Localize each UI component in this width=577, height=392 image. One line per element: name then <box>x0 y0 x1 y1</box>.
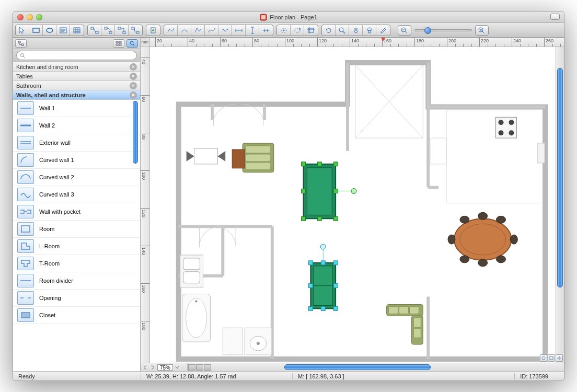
close-icon[interactable]: ✕ <box>130 63 137 71</box>
drawing-canvas[interactable] <box>150 47 556 363</box>
ruler-horizontal[interactable]: 20406080100120140160180200220240260 <box>150 38 564 47</box>
freehand-tool[interactable] <box>218 25 232 36</box>
text-tool[interactable] <box>56 25 70 36</box>
tshape-icon <box>17 257 34 270</box>
stencil-item[interactable]: L-Room <box>13 238 140 255</box>
corner-button-1[interactable] <box>540 354 547 362</box>
search-field[interactable] <box>28 52 133 59</box>
svg-rect-153 <box>308 284 313 288</box>
stencil-item[interactable]: T-Room <box>13 255 140 272</box>
pointer-tool[interactable] <box>16 25 29 36</box>
sidebar-scrollbar[interactable] <box>133 101 139 350</box>
sidebar-category[interactable]: Walls, shell and structure✕ <box>13 90 140 100</box>
zoom-dropdown-icon[interactable] <box>175 365 179 370</box>
sidebar-search-input[interactable] <box>16 51 137 60</box>
stencil-item[interactable]: Wall with pocket <box>13 203 140 221</box>
zoom-in-button[interactable] <box>475 25 489 36</box>
close-icon[interactable]: ✕ <box>130 91 137 99</box>
page-tab-1[interactable] <box>188 364 195 371</box>
stencil-item[interactable]: Curved wall 2 <box>13 169 140 186</box>
svg-line-39 <box>343 31 345 33</box>
zoom-slider-knob[interactable] <box>424 27 431 34</box>
stencil-item[interactable]: Room <box>13 221 140 238</box>
sidebar-tab-tree[interactable] <box>15 39 27 48</box>
svg-rect-105 <box>399 306 409 314</box>
stencil-item[interactable]: Curved wall 1 <box>13 152 140 169</box>
svg-line-15 <box>94 28 96 32</box>
ruler-unit-label: mm <box>141 38 150 47</box>
corner-button-3[interactable] <box>556 354 563 362</box>
zoom-slider-track[interactable] <box>414 29 472 31</box>
stencil-label: Curved wall 2 <box>39 174 74 180</box>
canvas-vscroll-thumb[interactable] <box>557 68 563 287</box>
toolbar-toggle-button[interactable] <box>550 14 560 20</box>
rectangle-tool[interactable] <box>29 25 43 36</box>
dimension-h-tool[interactable] <box>232 25 246 36</box>
svg-rect-152 <box>333 261 338 265</box>
bezier-tool[interactable] <box>205 25 218 36</box>
svg-rect-96 <box>194 148 218 164</box>
canvas-horizontal-scrollbar[interactable] <box>211 363 564 371</box>
eyedropper-button[interactable] <box>376 25 390 36</box>
svg-point-115 <box>478 259 488 267</box>
svg-point-121 <box>509 120 514 125</box>
crop-button[interactable] <box>304 25 318 36</box>
polyline-tool[interactable] <box>191 25 205 36</box>
zoom-out-button[interactable] <box>398 25 411 36</box>
zoom-level-label[interactable]: 75% <box>157 364 173 371</box>
svg-rect-63 <box>21 226 30 232</box>
arc-tool[interactable] <box>178 25 191 36</box>
corner-button-2[interactable] <box>548 354 555 362</box>
page-tab-3[interactable] <box>204 364 211 371</box>
ellipse-tool[interactable] <box>43 25 56 36</box>
sidebar-category[interactable]: Bathroom✕ <box>13 81 140 90</box>
pick-button[interactable] <box>363 25 376 36</box>
hscroll-left-icon[interactable] <box>143 365 148 370</box>
stencil-label: Room divider <box>39 278 73 284</box>
svg-rect-119 <box>496 117 517 138</box>
insert-shape-button[interactable] <box>146 25 160 36</box>
stencil-item[interactable]: Wall 2 <box>13 117 140 134</box>
canvas-hscroll-thumb[interactable] <box>284 364 431 370</box>
hscroll-right-icon[interactable] <box>150 365 155 370</box>
sidebar-tab-list[interactable] <box>113 39 124 48</box>
zoom-tool-button[interactable] <box>336 25 349 36</box>
page-tab-2[interactable] <box>196 364 203 371</box>
svg-rect-13 <box>91 27 94 29</box>
ruler-vertical[interactable]: 406080100120140160180 <box>141 47 150 363</box>
minimize-window-button[interactable] <box>27 14 33 20</box>
pan-tool-button[interactable] <box>349 25 363 36</box>
connector-arc[interactable] <box>129 25 142 36</box>
connector-smart[interactable] <box>115 25 129 36</box>
rotate-left-button[interactable] <box>277 25 291 36</box>
stencil-item[interactable]: Curved wall 3 <box>13 186 140 203</box>
svg-point-117 <box>448 235 455 244</box>
table-tool[interactable] <box>70 25 84 36</box>
dimension-v-tool[interactable] <box>246 25 259 36</box>
stencil-item[interactable]: Wall 1 <box>13 100 140 117</box>
close-icon[interactable]: ✕ <box>130 73 137 80</box>
sidebar-category[interactable]: Tables✕ <box>13 72 140 81</box>
dimension-angle-tool[interactable] <box>259 25 273 36</box>
connector-direct[interactable] <box>88 25 101 36</box>
zoom-window-button[interactable] <box>36 14 42 20</box>
stencil-item[interactable]: Exterior wall <box>13 134 140 152</box>
svg-line-55 <box>133 44 134 45</box>
sidebar-tab-search[interactable] <box>126 39 138 48</box>
spline-tool[interactable] <box>164 25 178 36</box>
refresh-button[interactable] <box>322 25 336 36</box>
stencil-item[interactable]: Opening <box>13 290 140 307</box>
wall-pocket-icon <box>17 205 34 218</box>
svg-rect-156 <box>321 306 325 310</box>
close-icon[interactable]: ✕ <box>130 82 137 89</box>
connector-curved[interactable] <box>101 25 115 36</box>
stencil-item[interactable]: Closet <box>13 307 140 324</box>
stencil-item[interactable]: Room divider <box>13 272 140 290</box>
sidebar-scroll-thumb[interactable] <box>133 101 138 164</box>
close-window-button[interactable] <box>17 14 24 20</box>
canvas-vertical-scrollbar[interactable] <box>556 47 564 363</box>
svg-rect-91 <box>446 109 543 203</box>
sidebar-category[interactable]: Kitchen and dining room✕ <box>13 62 140 72</box>
rotate-right-button[interactable] <box>291 25 304 36</box>
category-label: Tables <box>16 73 33 79</box>
